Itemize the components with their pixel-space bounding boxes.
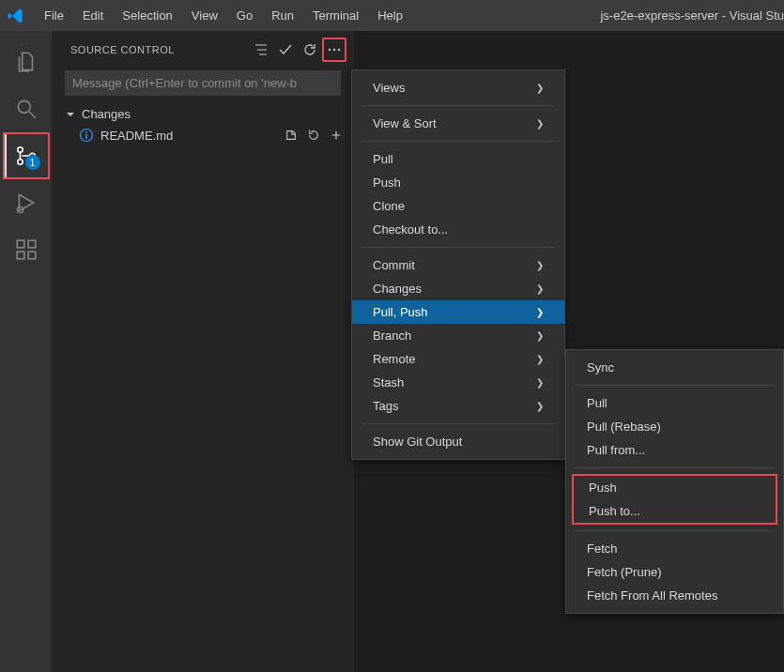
submenu-pull-rebase[interactable]: Pull (Rebase) [566,415,783,438]
menu-views[interactable]: Views❯ [352,76,564,99]
open-file-button[interactable] [281,125,301,145]
chevron-right-icon: ❯ [536,401,544,411]
chevron-right-icon: ❯ [536,354,544,364]
titlebar: File Edit Selection View Go Run Terminal… [0,0,784,31]
menu-clone[interactable]: Clone [352,194,564,218]
svg-rect-8 [28,252,36,259]
commit-message-input[interactable] [65,70,341,96]
source-control-sidebar: SOURCE CONTROL Changes [52,31,354,672]
explorer-tab[interactable] [3,38,50,85]
submenu-fetch[interactable]: Fetch [566,537,783,560]
changes-header[interactable]: Changes [52,105,354,123]
menu-view-sort[interactable]: View & Sort❯ [352,112,564,135]
menu-divider [576,530,774,531]
file-name: README.md [100,129,173,143]
svg-point-11 [333,49,335,51]
svg-rect-6 [17,240,24,248]
menu-divider [576,467,774,468]
menu-divider [576,385,774,386]
svg-rect-9 [28,240,36,248]
info-icon [78,127,95,144]
changes-label: Changes [82,107,131,121]
chevron-right-icon: ❯ [536,118,544,129]
more-actions-button[interactable] [322,38,346,62]
menu-tags[interactable]: Tags❯ [352,394,564,418]
menu-remote[interactable]: Remote❯ [352,347,564,371]
svg-line-1 [29,112,36,118]
refresh-button[interactable] [298,38,322,62]
menu-file[interactable]: File [36,5,72,26]
svg-point-0 [18,100,30,113]
chevron-right-icon: ❯ [536,283,544,294]
submenu-push[interactable]: Push [574,476,776,499]
source-control-tab[interactable]: 1 [3,132,50,179]
menu-changes[interactable]: Changes❯ [352,277,564,300]
search-tab[interactable] [3,85,50,132]
menu-edit[interactable]: Edit [74,5,112,26]
svg-point-14 [85,131,87,133]
scm-badge: 1 [25,155,40,170]
discard-changes-button[interactable] [303,125,324,145]
submenu-sync[interactable]: Sync [566,356,783,379]
menu-commit[interactable]: Commit❯ [352,253,564,277]
changed-file-row[interactable]: README.md [52,123,354,147]
submenu-pull-from[interactable]: Pull from... [566,438,783,462]
chevron-right-icon: ❯ [536,330,544,341]
submenu-pull[interactable]: Pull [566,391,783,415]
chevron-right-icon: ❯ [536,307,544,317]
svg-rect-15 [85,134,86,139]
menu-help[interactable]: Help [369,5,411,26]
chevron-right-icon: ❯ [536,260,544,270]
submenu-fetch-all[interactable]: Fetch From All Remotes [566,584,783,607]
commit-button[interactable] [273,38,298,62]
menu-divider [361,247,555,248]
chevron-right-icon: ❯ [536,377,544,388]
menu-terminal[interactable]: Terminal [304,5,367,26]
sidebar-title: SOURCE CONTROL [70,44,249,55]
view-as-tree-button[interactable] [249,38,273,62]
pull-push-submenu: Sync Pull Pull (Rebase) Pull from... Pus… [565,349,784,614]
svg-point-2 [17,147,22,152]
menu-go[interactable]: Go [228,5,261,26]
activity-bar: 1 [0,31,52,672]
menu-branch[interactable]: Branch❯ [352,324,564,347]
submenu-push-to[interactable]: Push to... [574,499,776,523]
stage-changes-button[interactable] [326,125,346,145]
extensions-tab[interactable] [3,226,50,273]
menu-divider [361,141,555,142]
svg-point-3 [17,160,22,164]
window-title: js-e2e-express-server - Visual Stu [600,8,784,23]
menu-show-git-output[interactable]: Show Git Output [352,430,564,453]
menu-divider [361,423,555,424]
menu-divider [361,105,555,106]
svg-point-12 [338,49,340,51]
main-menu: File Edit Selection View Go Run Terminal… [36,5,411,26]
chevron-down-icon [65,109,76,120]
vscode-icon [8,8,24,24]
menu-stash[interactable]: Stash❯ [352,371,564,394]
menu-pull-push[interactable]: Pull, Push❯ [352,300,564,324]
more-actions-menu: Views❯ View & Sort❯ Pull Push Clone Chec… [351,69,565,460]
submenu-fetch-prune[interactable]: Fetch (Prune) [566,560,783,584]
chevron-right-icon: ❯ [536,83,544,93]
menu-pull[interactable]: Pull [352,147,564,171]
menu-push[interactable]: Push [352,171,564,194]
menu-checkout[interactable]: Checkout to... [352,218,564,241]
menu-selection[interactable]: Selection [114,5,180,26]
svg-rect-7 [17,252,24,259]
menu-run[interactable]: Run [263,5,302,26]
push-highlight-group: Push Push to... [572,474,777,525]
debug-tab[interactable] [3,179,50,226]
svg-point-10 [329,49,331,51]
menu-view[interactable]: View [183,5,226,26]
